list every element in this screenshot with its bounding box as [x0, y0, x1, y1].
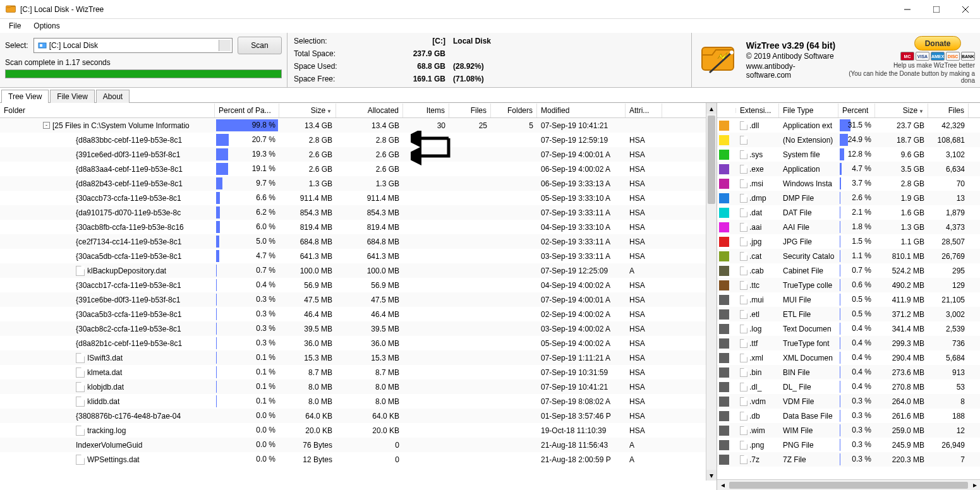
- ext-row[interactable]: .jpgJPG File1.5 %1.1 GB28,507: [717, 234, 980, 249]
- scroll-up-icon[interactable]: ▴: [706, 103, 717, 114]
- col-ext[interactable]: Extensi...: [736, 104, 779, 117]
- col-files-r[interactable]: Files: [928, 104, 969, 117]
- table-row[interactable]: {30acb8fb-ccfa-11e9-b53e-8c166.0 %819.4 …: [0, 220, 717, 234]
- table-row[interactable]: klobjdb.dat0.1 %8.0 MB8.0 MB07-Sep-19 10…: [0, 379, 717, 394]
- ext-row[interactable]: .sysSystem file12.8 %9.6 GB3,102: [717, 147, 980, 162]
- tab-about[interactable]: About: [96, 90, 130, 103]
- right-grid-body[interactable]: .dllApplication ext31.5 %23.7 GB42,329(N…: [717, 118, 980, 479]
- table-row[interactable]: {d8a83bbc-cebf-11e9-b53e-8c120.7 %2.8 GB…: [0, 133, 717, 147]
- table-row[interactable]: -[25 Files in C:\System Volume Informati…: [0, 118, 717, 133]
- ext-row[interactable]: .datDAT File2.1 %1.6 GB1,879: [717, 205, 980, 220]
- close-button[interactable]: [951, 0, 980, 19]
- stats-panel: Selection:[C:]Local Disk Total Space:237…: [287, 33, 692, 87]
- ext-row[interactable]: .exeApplication4.7 %3.5 GB6,634: [717, 162, 980, 176]
- table-row[interactable]: {30acb8c2-ccfa-11e9-b53e-8c10.3 %39.5 MB…: [0, 321, 717, 336]
- stat-used-label: Space Used:: [294, 62, 389, 71]
- about-url[interactable]: www.antibody-software.com: [746, 62, 838, 80]
- ext-row[interactable]: .aaiAAI File1.8 %1.3 GB4,373: [717, 220, 980, 234]
- ext-color-swatch: [719, 135, 729, 145]
- col-files[interactable]: Files: [449, 104, 491, 117]
- col-modified[interactable]: Modified: [537, 104, 626, 117]
- donate-button[interactable]: Donate: [914, 36, 962, 51]
- table-row[interactable]: {d8a83aa4-cebf-11e9-b53e-8c119.1 %2.6 GB…: [0, 162, 717, 176]
- col-type[interactable]: File Type: [779, 104, 838, 117]
- file-icon: [76, 368, 85, 378]
- scan-progress: [5, 69, 282, 78]
- minimize-button[interactable]: [893, 0, 922, 19]
- ext-row[interactable]: .catSecurity Catalo1.1 %810.1 MB26,769: [717, 249, 980, 263]
- table-row[interactable]: {ce2f7134-cc14-11e9-b53e-8c15.0 %684.8 M…: [0, 234, 717, 249]
- col-color[interactable]: [717, 108, 736, 113]
- ext-row[interactable]: .dmpDMP File2.6 %1.9 GB13: [717, 191, 980, 205]
- left-grid-header: Folder Percent of Pa... Size▼ Allocated …: [0, 103, 717, 118]
- table-row[interactable]: IndexerVolumeGuid0.0 %76 Bytes021-Aug-18…: [0, 438, 717, 452]
- ext-row[interactable]: .vdmVDM File0.3 %264.0 MB8: [717, 394, 980, 409]
- left-scrollbar-v[interactable]: ▴ ▾: [706, 103, 717, 481]
- scroll-thumb[interactable]: [708, 116, 715, 204]
- col-size-r[interactable]: Size▼: [875, 104, 928, 117]
- table-row[interactable]: {da910175-d070-11e9-b53e-8c6.2 %854.3 MB…: [0, 205, 717, 220]
- ext-row[interactable]: .xmlXML Documen0.4 %290.4 MB5,684: [717, 350, 980, 365]
- left-grid-body[interactable]: -[25 Files in C:\System Volume Informati…: [0, 118, 717, 490]
- ext-row[interactable]: .dllApplication ext31.5 %23.7 GB42,329: [717, 118, 980, 133]
- tree-collapse-icon[interactable]: -: [43, 122, 50, 129]
- sort-desc-icon: ▼: [327, 109, 332, 114]
- scroll-right-icon[interactable]: ▸: [969, 481, 980, 489]
- stat-free-label: Space Free:: [294, 75, 389, 83]
- table-row[interactable]: WPSettings.dat0.0 %12 Bytes021-Aug-18 2:…: [0, 452, 717, 467]
- scan-button[interactable]: Scan: [238, 37, 282, 54]
- ext-row[interactable]: .ttfTrueType font0.4 %299.3 MB736: [717, 336, 980, 350]
- ext-row[interactable]: .7z7Z File0.3 %220.3 MB7: [717, 452, 980, 467]
- filetype-icon: [740, 426, 747, 435]
- drive-select[interactable]: [C:] Local Disk: [33, 38, 233, 53]
- right-scrollbar-h[interactable]: ◂ ▸: [717, 479, 980, 490]
- ext-row[interactable]: .pngPNG File0.3 %245.9 MB26,949: [717, 438, 980, 452]
- scroll-down-icon[interactable]: ▾: [706, 470, 717, 481]
- tab-file-view[interactable]: File View: [50, 90, 94, 103]
- table-row[interactable]: tracking.log0.0 %20.0 KB20.0 KB19-Oct-18…: [0, 423, 717, 438]
- ext-row[interactable]: .wimWIM File0.3 %259.0 MB12: [717, 423, 980, 438]
- ext-row[interactable]: .etlETL File0.5 %371.2 MB3,002: [717, 307, 980, 321]
- maximize-button[interactable]: [922, 0, 951, 19]
- scroll-hthumb[interactable]: [729, 482, 968, 489]
- menu-options[interactable]: Options: [28, 20, 64, 32]
- ext-color-swatch: [719, 440, 729, 450]
- table-row[interactable]: klBackupDepository.dat0.7 %100.0 MB100.0…: [0, 263, 717, 278]
- ext-color-swatch: [719, 266, 729, 276]
- col-folder[interactable]: Folder: [0, 104, 215, 117]
- col-attr[interactable]: Attri...: [626, 104, 662, 117]
- table-row[interactable]: {30accb73-ccfa-11e9-b53e-8c16.6 %911.4 M…: [0, 191, 717, 205]
- ext-row[interactable]: .msiWindows Insta3.7 %2.8 GB70: [717, 176, 980, 191]
- table-row[interactable]: {30accb17-ccfa-11e9-b53e-8c10.4 %56.9 MB…: [0, 278, 717, 292]
- table-row[interactable]: {30aca5db-ccfa-11e9-b53e-8c14.7 %641.3 M…: [0, 249, 717, 263]
- table-row[interactable]: {d8a82b43-cebf-11e9-b53e-8c19.7 %1.3 GB1…: [0, 176, 717, 191]
- col-folders[interactable]: Folders: [491, 104, 537, 117]
- table-row[interactable]: {d8a82b1c-cebf-11e9-b53e-8c10.3 %36.0 MB…: [0, 336, 717, 350]
- ext-row[interactable]: .muiMUI File0.5 %411.9 MB21,105: [717, 292, 980, 307]
- ext-row[interactable]: .binBIN File0.4 %273.6 MB913: [717, 365, 980, 379]
- table-row[interactable]: {391ce6ed-d0f3-11e9-b53f-8c119.3 %2.6 GB…: [0, 147, 717, 162]
- ext-row[interactable]: (No Extension)24.9 %18.7 GB108,681: [717, 133, 980, 147]
- file-icon: [76, 382, 85, 392]
- stat-used-val: 68.8 GB: [389, 62, 445, 71]
- table-row[interactable]: {391ce6be-d0f3-11e9-b53f-8c10.3 %47.5 MB…: [0, 292, 717, 307]
- table-row[interactable]: kliddb.dat0.1 %8.0 MB8.0 MB07-Sep-19 8:0…: [0, 394, 717, 409]
- col-items[interactable]: Items: [403, 104, 449, 117]
- col-allocated[interactable]: Allocated: [336, 104, 403, 117]
- table-row[interactable]: {3808876b-c176-4e48-b7ae-040.0 %64.0 KB6…: [0, 409, 717, 423]
- select-label: Select:: [5, 41, 28, 50]
- col-pct-r[interactable]: Percent: [838, 104, 875, 117]
- tab-tree-view[interactable]: Tree View: [1, 90, 49, 103]
- ext-row[interactable]: .logText Documen0.4 %341.4 MB2,539: [717, 321, 980, 336]
- col-percent[interactable]: Percent of Pa...: [215, 104, 279, 117]
- ext-row[interactable]: .dl_DL_ File0.4 %270.8 MB53: [717, 379, 980, 394]
- col-size[interactable]: Size▼: [279, 104, 336, 117]
- table-row[interactable]: {30aca5b3-ccfa-11e9-b53e-8c10.3 %46.4 MB…: [0, 307, 717, 321]
- menu-file[interactable]: File: [4, 20, 26, 32]
- ext-row[interactable]: .dbData Base File0.3 %261.6 MB188: [717, 409, 980, 423]
- table-row[interactable]: klmeta.dat0.1 %8.7 MB8.7 MB07-Sep-19 10:…: [0, 365, 717, 379]
- ext-row[interactable]: .cabCabinet File0.7 %524.2 MB295: [717, 263, 980, 278]
- table-row[interactable]: ISwift3.dat0.1 %15.3 MB15.3 MB07-Sep-19 …: [0, 350, 717, 365]
- ext-row[interactable]: .ttcTrueType colle0.6 %490.2 MB129: [717, 278, 980, 292]
- scroll-left-icon[interactable]: ◂: [717, 481, 728, 489]
